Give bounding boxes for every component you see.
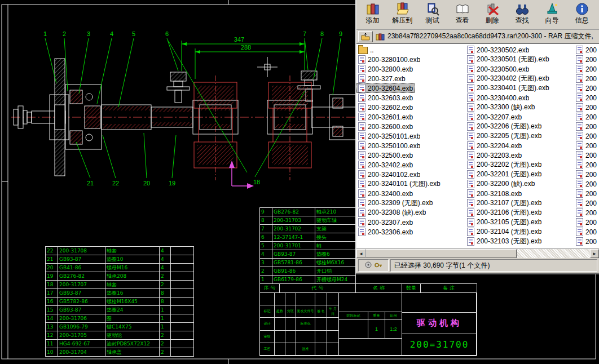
file-item[interactable]: 200-3230401 (无图).exb [465,83,574,93]
file-item[interactable]: 200-32300 (缺).exb [465,103,574,112]
file-item[interactable]: 200-32206 (无图).exb [465,122,574,131]
file-item[interactable]: 200-327.exb [356,74,465,83]
file-item[interactable]: 200 [574,170,599,179]
file-item[interactable]: 200 [574,189,599,198]
file-item[interactable]: 200-32308 (缺).exb [356,208,465,217]
file-item[interactable]: 200-3280100.exb [356,55,465,64]
cad-table-cell: 标准化 [296,318,315,330]
file-item[interactable]: 200 [574,45,599,55]
file-item[interactable]: 200-32600.exb [356,122,465,131]
file-item-parent-dir[interactable]: .. [356,45,465,55]
file-item[interactable]: 200-32500.exb [356,150,465,160]
cad-table-cell [171,264,194,272]
file-item[interactable]: 200-32604.exb [356,83,415,93]
file-item[interactable]: 200-32402.exb [356,160,465,170]
file-item[interactable]: 200-32107 (无图).exb [465,198,574,208]
file-item[interactable]: 200 [574,93,599,103]
file-item[interactable]: 200 [574,55,599,64]
winrar-window: 添加 解压到 测试 查看 删除 查找 向导 信息 [355,0,599,274]
cad-table-cell: 14 [46,314,58,323]
file-item[interactable]: 200-32306.exb [356,227,465,237]
cad-table-cell: GB91-86 [272,267,315,276]
file-name: 200 [585,209,597,217]
toolbar-find-button[interactable]: 查找 [507,1,537,24]
file-item[interactable]: 200-3230402 (无图).exb [465,74,574,83]
file-item[interactable]: 200-32204.exb [465,141,574,150]
toolbar-add-button[interactable]: 添加 [358,1,387,24]
exb-file-icon [576,237,583,246]
toolbar-extract-button[interactable]: 解压到 [387,1,417,24]
file-item[interactable]: 200 [574,208,599,217]
toolbar-delete-button[interactable]: 删除 [477,1,507,24]
cad-table-cell: 4 [260,250,272,259]
file-item[interactable]: 200-32307.exb [356,217,465,227]
title-block-name-zone: 驱动机构 200=31700 [402,293,477,356]
file-item[interactable]: 200 [574,160,599,170]
horizontal-scrollbar[interactable]: ◄ ► [356,248,599,258]
file-item[interactable]: 200-3250101.exb [356,131,465,141]
file-item[interactable]: 200-32309 (无图).exb [356,198,465,208]
toolbar-wizard-button[interactable]: 向导 [537,1,567,24]
file-name: 200-3230501 (无图).exb [477,55,549,64]
toolbar-view-label: 查看 [456,17,469,24]
scroll-right-button[interactable]: ► [590,249,599,258]
file-item[interactable]: 200-32800.exb [356,64,465,74]
file-item[interactable]: 200-32603.exb [356,93,465,103]
file-item[interactable]: 200-32200 (缺).exb [465,179,574,189]
file-item[interactable]: 200-32104 (无图).exb [465,227,574,237]
file-item[interactable]: 200-3240101 (无图).exb [356,179,465,189]
up-dir-button[interactable] [358,31,373,42]
cad-table-cell: 8 [160,289,171,298]
file-item[interactable]: 200 [574,103,599,112]
file-item[interactable]: 200 [574,64,599,74]
exb-file-icon [358,170,365,179]
file-item[interactable]: 200 [574,198,599,208]
file-item[interactable]: 200-32106 (无图).exb [465,208,574,217]
file-name: 200 [585,171,597,179]
file-item[interactable]: 200 [574,112,599,122]
cad-table-cell: 处数 [275,305,285,318]
file-item[interactable]: 200 [574,141,599,150]
exb-file-icon [358,103,365,112]
file-item[interactable]: 200-3240102.exb [356,170,465,179]
file-item[interactable]: 200-32105 (无图).exb [465,217,574,227]
cad-table-cell [285,318,296,330]
cad-table-cell [171,281,194,289]
scrollbar-thumb[interactable] [365,249,517,258]
file-item[interactable]: 200-32400.exb [356,189,465,198]
file-item[interactable]: 200-32103 (无图).exb [465,237,574,246]
cad-table-cell [171,247,194,255]
cad-table-cell: 11 [46,340,58,348]
file-item[interactable]: 200-3250100.exb [356,141,465,150]
file-item[interactable]: 200 [574,122,599,131]
file-item[interactable]: 200-32205 (无图).exb [465,131,574,141]
toolbar-view-button[interactable]: 查看 [447,1,477,24]
file-item[interactable]: 200-3230502.exb [465,45,574,55]
file-item[interactable]: 200-32202 (无图).exb [465,160,574,170]
file-item[interactable]: 200 [574,237,599,246]
file-item[interactable]: 200 [574,179,599,189]
file-item[interactable]: 200-3230501 (无图).exb [465,55,574,64]
file-item[interactable]: 200-32207.exb [465,112,574,122]
file-item[interactable]: 200 [574,131,599,141]
file-item[interactable]: 200-32203.exb [465,150,574,160]
file-item[interactable]: 200-32201 (无图).exb [465,170,574,179]
file-name: 200-3230500.exb [477,65,529,73]
scrollbar-track[interactable] [365,249,590,258]
stage-value [339,320,368,339]
exb-file-icon [358,84,365,92]
file-item[interactable]: 200 [574,150,599,160]
scroll-left-button[interactable]: ◄ [356,249,365,258]
file-item[interactable]: 200-3230400.exb [465,93,574,103]
file-item[interactable]: 200-32601.exb [356,112,465,122]
file-item[interactable]: 200 [574,217,599,227]
file-item[interactable]: 200 [574,227,599,237]
file-item[interactable]: 200-32602.exb [356,103,465,112]
file-item[interactable]: 200 [574,83,599,93]
file-item[interactable]: 200 [574,74,599,83]
file-name: 200 [585,94,597,102]
file-item[interactable]: 200-32108.exb [465,189,574,198]
file-item[interactable]: 200-3230500.exb [465,64,574,74]
toolbar-info-button[interactable]: 信息 [567,1,597,24]
toolbar-test-button[interactable]: 测试 [417,1,447,24]
